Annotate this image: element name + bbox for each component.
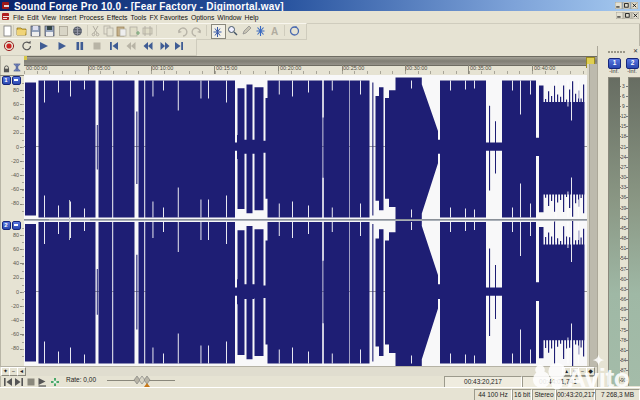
svg-text:A: A [271,26,278,37]
svg-text:Avito: Avito [567,363,630,393]
